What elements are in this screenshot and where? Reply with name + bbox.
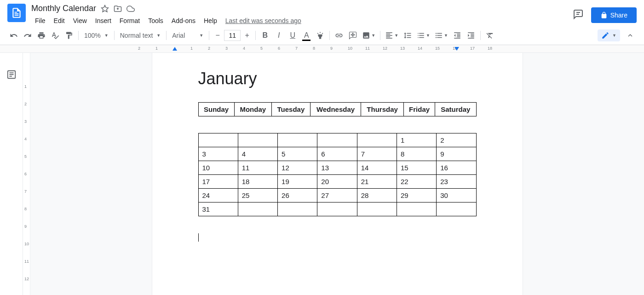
spellcheck-button[interactable] [49,29,62,42]
weekday-cell[interactable]: Wednesday [310,103,361,116]
menu-view[interactable]: View [69,15,91,26]
day-cell[interactable]: 30 [437,189,476,202]
indent-decrease-button[interactable] [451,29,464,42]
docs-app-icon[interactable] [7,4,26,22]
day-cell[interactable] [397,202,436,216]
day-cell[interactable]: 28 [357,189,397,202]
day-cell[interactable] [357,133,397,147]
day-cell[interactable]: 19 [278,175,317,189]
day-cell[interactable]: 20 [317,175,357,189]
font-size-increase[interactable]: + [242,30,253,41]
insert-link-button[interactable] [333,29,345,42]
vertical-ruler[interactable]: 12345678910111213 [23,53,30,295]
font-size-decrease[interactable]: − [212,30,223,41]
cloud-status-icon[interactable] [126,5,135,13]
day-cell[interactable]: 18 [238,175,277,189]
paint-format-button[interactable] [63,29,75,42]
indent-increase-button[interactable] [465,29,477,42]
day-cell[interactable]: 1 [397,133,436,147]
weekday-cell[interactable]: Sunday [198,103,234,116]
checklist-button[interactable]: ▼ [415,29,432,42]
menu-file[interactable]: File [31,15,49,26]
day-cell[interactable]: 17 [198,175,238,189]
menu-insert[interactable]: Insert [92,15,115,26]
day-cell[interactable]: 5 [278,147,317,161]
day-cell[interactable]: 6 [317,147,357,161]
collapse-toolbar-button[interactable] [624,29,637,42]
print-button[interactable] [35,29,48,42]
day-cell[interactable]: 11 [238,161,277,175]
page[interactable]: January SundayMondayTuesdayWednesdayThur… [152,53,523,295]
day-cell[interactable] [278,133,317,147]
add-comment-button[interactable] [346,29,359,42]
day-cell[interactable]: 4 [238,147,277,161]
share-button[interactable]: Share [591,7,637,23]
day-cell[interactable]: 13 [317,161,357,175]
paragraph-style-select[interactable]: Normal text▼ [117,29,164,42]
day-cell[interactable] [238,133,277,147]
day-cell[interactable]: 26 [278,189,317,202]
day-cell[interactable] [357,202,397,216]
day-cell[interactable]: 27 [317,189,357,202]
bold-button[interactable]: B [259,29,271,42]
line-spacing-button[interactable] [401,29,414,42]
day-cell[interactable]: 9 [437,147,476,161]
clear-formatting-button[interactable] [483,29,496,42]
underline-button[interactable]: U [286,29,299,42]
day-cell[interactable]: 14 [357,161,397,175]
day-cell[interactable]: 2 [437,133,476,147]
bullet-list-button[interactable]: ▼ [433,29,450,42]
day-cell[interactable]: 25 [238,189,277,202]
day-cell[interactable]: 31 [198,202,238,216]
menu-edit[interactable]: Edit [50,15,69,26]
menu-format[interactable]: Format [116,15,144,26]
day-cell[interactable]: 8 [397,147,436,161]
calendar-days-table[interactable]: 1234567891011121314151617181920212223242… [198,133,477,216]
menu-addons[interactable]: Add-ons [168,15,199,26]
day-cell[interactable]: 15 [397,161,436,175]
horizontal-ruler[interactable]: 21123456789101112131415161718 [0,45,644,53]
zoom-select[interactable]: 100%▼ [81,29,111,42]
last-edit-link[interactable]: Last edit was seconds ago [225,17,301,24]
day-cell[interactable]: 3 [198,147,238,161]
menu-help[interactable]: Help [200,15,221,26]
menu-tools[interactable]: Tools [144,15,167,26]
font-size-input[interactable]: 11 [224,30,241,41]
text-color-button[interactable]: A [300,29,313,42]
day-cell[interactable]: 16 [437,161,476,175]
font-select[interactable]: Arial▼ [169,29,206,42]
align-button[interactable]: ▼ [383,29,400,42]
weekday-cell[interactable]: Monday [234,103,271,116]
highlight-button[interactable] [314,29,327,42]
day-cell[interactable]: 7 [357,147,397,161]
comments-icon[interactable] [573,9,584,22]
insert-image-button[interactable]: ▼ [360,29,377,42]
day-cell[interactable]: 21 [357,175,397,189]
day-cell[interactable] [317,202,357,216]
editing-mode-button[interactable]: ▼ [598,29,620,41]
workspace[interactable]: 12345678910111213 January SundayMondayTu… [23,53,644,295]
undo-button[interactable] [7,29,20,42]
weekday-cell[interactable]: Saturday [435,103,476,116]
weekday-cell[interactable]: Tuesday [271,103,310,116]
redo-button[interactable] [21,29,34,42]
day-cell[interactable]: 29 [397,189,436,202]
day-cell[interactable]: 23 [437,175,476,189]
day-cell[interactable]: 22 [397,175,436,189]
move-icon[interactable] [114,5,122,13]
day-cell[interactable] [198,133,238,147]
day-cell[interactable]: 10 [198,161,238,175]
weekday-header-table[interactable]: SundayMondayTuesdayWednesdayThursdayFrid… [198,102,477,116]
star-icon[interactable] [101,5,109,13]
day-cell[interactable] [278,202,317,216]
day-cell[interactable] [437,202,476,216]
document-title[interactable]: Monthly Calendar [31,4,96,13]
weekday-cell[interactable]: Friday [404,103,435,116]
day-cell[interactable] [317,133,357,147]
outline-icon[interactable] [6,69,17,81]
day-cell[interactable] [238,202,277,216]
page-title[interactable]: January [198,69,477,88]
italic-button[interactable]: I [272,29,285,42]
day-cell[interactable]: 12 [278,161,317,175]
weekday-cell[interactable]: Thursday [361,103,404,116]
